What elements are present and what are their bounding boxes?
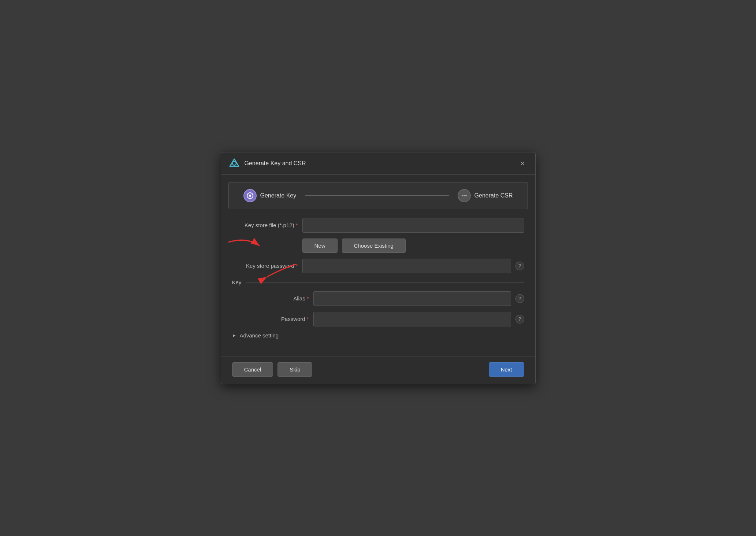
key-store-password-label: Key store password* — [232, 263, 298, 269]
choose-existing-button[interactable]: Choose Existing — [342, 239, 406, 253]
svg-point-3 — [249, 195, 251, 197]
step1-icon — [246, 192, 254, 199]
step-generate-csr: Generate CSR — [458, 189, 513, 202]
skip-button[interactable]: Skip — [278, 362, 312, 377]
svg-point-1 — [232, 162, 236, 165]
advance-setting-label: Advance setting — [239, 332, 279, 339]
new-button[interactable]: New — [302, 239, 338, 253]
close-button[interactable]: × — [518, 158, 528, 169]
key-store-file-row: Key store file (*.p12)* — [232, 218, 524, 233]
cancel-button[interactable]: Cancel — [232, 362, 273, 377]
titlebar-left: Generate Key and CSR — [228, 158, 306, 169]
required-star-ksp: * — [296, 263, 298, 269]
key-divider-line — [246, 282, 524, 282]
key-store-password-wrapper: Key store password* ? — [232, 259, 524, 273]
key-store-password-row: Key store password* ? — [232, 259, 524, 273]
form-content: Key store file (*.p12)* New Choose Exist… — [221, 218, 535, 356]
key-store-file-input[interactable] — [302, 218, 524, 233]
dialog-title: Generate Key and CSR — [245, 160, 306, 167]
key-section-divider: Key — [232, 279, 524, 285]
footer: Cancel Skip Next — [221, 356, 535, 384]
step1-circle — [243, 189, 257, 202]
titlebar: Generate Key and CSR × — [221, 152, 535, 175]
password-help-icon[interactable]: ? — [515, 315, 524, 324]
key-store-file-label: Key store file (*.p12)* — [232, 222, 298, 228]
alias-label: Alias* — [243, 295, 309, 302]
key-store-password-input[interactable] — [302, 259, 511, 273]
advance-setting-row[interactable]: ► Advance setting — [232, 332, 524, 339]
password-row: Password* ? — [243, 312, 524, 326]
step-generate-key: Generate Key — [243, 189, 297, 202]
key-store-password-help-icon[interactable]: ? — [515, 262, 524, 270]
alias-input[interactable] — [313, 291, 511, 306]
step2-label: Generate CSR — [474, 192, 513, 199]
button-annotation-wrapper: New Choose Existing — [232, 239, 524, 253]
chevron-right-icon: ► — [232, 333, 237, 338]
dialog: Generate Key and CSR × Generate Key — [221, 152, 536, 384]
required-star-alias: * — [307, 295, 309, 302]
step1-label: Generate Key — [260, 192, 297, 199]
key-store-buttons-row: New Choose Existing — [302, 239, 524, 253]
stepper-container: Generate Key Generate CSR — [228, 182, 528, 209]
step2-icon — [461, 192, 468, 199]
app-logo-icon — [228, 158, 240, 169]
stepper: Generate Key Generate CSR — [243, 189, 513, 202]
password-input[interactable] — [313, 312, 511, 326]
required-star-ksf: * — [296, 222, 298, 228]
step2-circle — [458, 189, 471, 202]
required-star-password: * — [307, 316, 309, 322]
arrow-new-annotation — [225, 235, 269, 257]
password-label: Password* — [243, 316, 309, 322]
svg-point-4 — [462, 195, 463, 196]
step-connector — [305, 195, 448, 196]
svg-point-6 — [465, 195, 467, 196]
key-fields: Alias* ? Password* ? — [232, 291, 524, 326]
alias-help-icon[interactable]: ? — [515, 294, 524, 303]
svg-point-5 — [463, 195, 465, 196]
alias-row: Alias* ? — [243, 291, 524, 306]
next-button[interactable]: Next — [489, 362, 524, 377]
footer-left-buttons: Cancel Skip — [232, 362, 313, 377]
key-section-label: Key — [232, 279, 242, 285]
